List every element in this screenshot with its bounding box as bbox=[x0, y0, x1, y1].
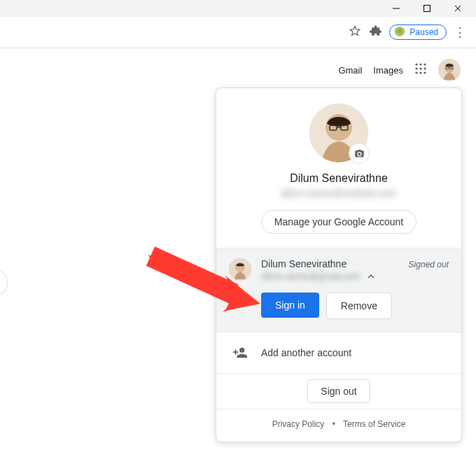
extensions-icon[interactable] bbox=[370, 24, 382, 40]
footer-dot: • bbox=[332, 419, 335, 429]
profile-name: Dilum Senevirathne bbox=[230, 172, 447, 185]
other-account-status: Signed out bbox=[409, 260, 449, 269]
svg-point-12 bbox=[424, 71, 426, 73]
profile-email: dilum.senev@outlook.com bbox=[230, 188, 447, 199]
svg-point-7 bbox=[415, 67, 417, 69]
other-account-section[interactable]: Dilum Senevirathne dilum.senev@gmail.com… bbox=[216, 248, 461, 332]
svg-point-6 bbox=[424, 63, 426, 65]
svg-rect-1 bbox=[424, 6, 430, 12]
svg-point-9 bbox=[424, 67, 426, 69]
close-icon bbox=[454, 4, 462, 13]
svg-point-11 bbox=[419, 71, 421, 73]
window-minimize-button[interactable] bbox=[381, 1, 412, 15]
gmail-link[interactable]: Gmail bbox=[338, 65, 362, 76]
browser-menu-button[interactable]: ⋮ bbox=[454, 26, 466, 38]
sign-in-button[interactable]: Sign in bbox=[261, 293, 319, 318]
add-person-icon bbox=[229, 345, 251, 360]
window-maximize-button[interactable] bbox=[412, 1, 442, 15]
terms-link[interactable]: Terms of Service bbox=[343, 419, 405, 429]
maximize-icon bbox=[423, 4, 431, 13]
sign-out-button[interactable]: Sign out bbox=[307, 379, 370, 403]
bookmark-star-icon[interactable] bbox=[349, 24, 361, 40]
svg-point-10 bbox=[415, 71, 417, 73]
other-account-name: Dilum Senevirathne bbox=[261, 258, 374, 269]
left-edge-artifact bbox=[0, 269, 8, 296]
account-menu-popup: Dilum Senevirathne dilum.senev@outlook.c… bbox=[216, 87, 462, 442]
other-account-email: dilum.senev@gmail.com bbox=[261, 271, 360, 281]
popup-footer: Privacy Policy • Terms of Service bbox=[216, 409, 461, 442]
images-link[interactable]: Images bbox=[373, 65, 403, 76]
window-titlebar bbox=[0, 0, 476, 17]
add-account-label: Add another account bbox=[261, 347, 351, 358]
svg-point-5 bbox=[419, 63, 421, 65]
camera-icon bbox=[354, 148, 365, 159]
svg-point-4 bbox=[415, 63, 417, 65]
collapse-icon[interactable] bbox=[368, 270, 374, 283]
paused-label: Paused bbox=[410, 27, 438, 37]
remove-account-button[interactable]: Remove bbox=[326, 293, 392, 319]
profile-dot-icon bbox=[394, 27, 405, 38]
browser-toolbar: Paused ⋮ bbox=[0, 17, 476, 48]
window-close-button[interactable] bbox=[442, 1, 473, 15]
minimize-icon bbox=[392, 4, 400, 13]
other-account-avatar bbox=[229, 258, 251, 281]
svg-point-8 bbox=[419, 67, 421, 69]
account-avatar-button[interactable] bbox=[438, 59, 461, 81]
privacy-policy-link[interactable]: Privacy Policy bbox=[272, 419, 325, 429]
profile-paused-chip[interactable]: Paused bbox=[389, 24, 447, 40]
google-apps-icon[interactable] bbox=[414, 62, 427, 78]
change-photo-button[interactable] bbox=[349, 143, 370, 164]
add-account-row[interactable]: Add another account bbox=[216, 332, 461, 373]
manage-account-button[interactable]: Manage your Google Account bbox=[261, 210, 416, 234]
google-header-links: Gmail Images bbox=[338, 59, 461, 81]
